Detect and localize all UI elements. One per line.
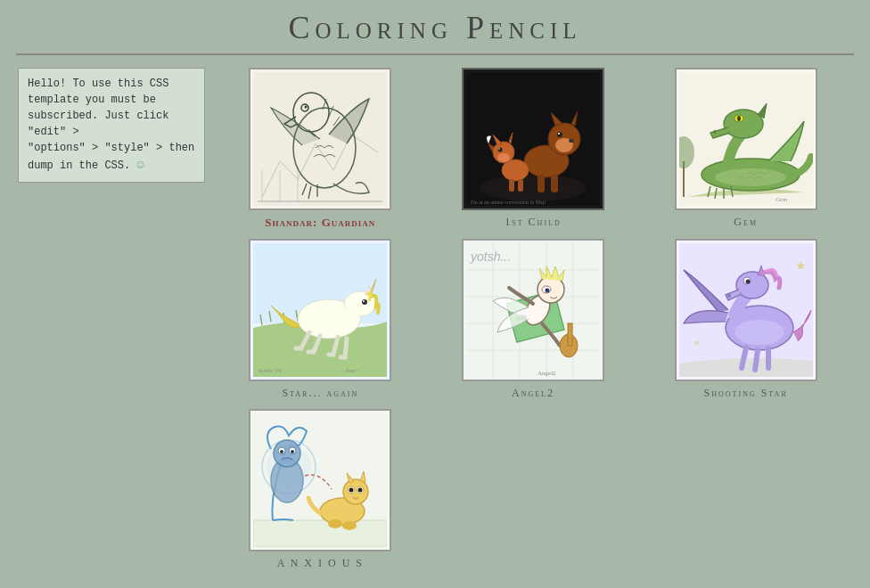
gallery-label-angel2: Angel2: [512, 387, 554, 400]
svg-text:I'm at an anime convention in : I'm at an anime convention in Maji: [471, 200, 546, 205]
svg-rect-16: [551, 175, 558, 192]
svg-point-30: [713, 130, 717, 134]
gallery-image-frame-gem: Gem: [675, 68, 817, 210]
svg-rect-24: [509, 179, 514, 192]
svg-point-95: [342, 521, 357, 530]
svg-text:Angel2: Angel2: [538, 370, 556, 377]
1st-child-artwork: I'm at an anime convention in Maji: [466, 72, 600, 206]
svg-point-87: [343, 479, 368, 504]
svg-point-59: [545, 289, 549, 293]
svg-point-41: [362, 299, 367, 305]
star-artwork: Justin '04 ~Star~: [253, 243, 387, 377]
svg-point-22: [497, 148, 502, 152]
gallery-item-gem[interactable]: Gem Gem: [648, 68, 843, 230]
svg-point-71: [745, 280, 750, 284]
gallery-item-star-again[interactable]: Justin '04 ~Star~ Star... again: [223, 239, 418, 400]
sidebar: Hello! To use this CSS template you must…: [18, 68, 205, 570]
gallery-image-frame-1st-child: I'm at an anime convention in Maji: [462, 68, 604, 210]
gallery-label-anxious: A N X I O U S: [277, 557, 364, 570]
gallery-item-anxious[interactable]: A N X I O U S: [223, 409, 418, 570]
svg-point-93: [358, 488, 363, 493]
svg-text:Gem: Gem: [776, 196, 787, 203]
svg-rect-15: [538, 175, 545, 192]
svg-point-14: [569, 139, 574, 143]
svg-point-4: [305, 106, 308, 109]
info-text: Hello! To use this CSS template you must…: [28, 78, 194, 172]
svg-rect-62: [568, 323, 572, 346]
gallery-label-gem: Gem: [734, 216, 758, 229]
svg-point-94: [328, 519, 342, 528]
svg-text:Justin '04: Justin '04: [258, 367, 282, 374]
gallery-item-shandar-guardian[interactable]: Shandar: Guardian: [223, 68, 418, 230]
gallery-item-1st-child[interactable]: I'm at an anime convention in Maji 1st C…: [436, 68, 631, 230]
svg-point-73: [735, 320, 784, 345]
svg-point-29: [724, 110, 763, 138]
svg-text:yotsh...: yotsh...: [470, 249, 511, 264]
gallery-image-frame-shandar: [249, 68, 391, 210]
svg-point-21: [497, 153, 510, 162]
site-title: Coloring Pencil: [0, 9, 870, 46]
svg-point-6: [480, 175, 587, 201]
svg-point-69: [727, 294, 731, 298]
gem-artwork: Gem: [679, 72, 813, 206]
svg-point-83: [280, 450, 283, 453]
gallery-label-star-again: Star... again: [282, 387, 358, 400]
shooting-star-artwork: ★ ★: [679, 243, 813, 377]
svg-point-13: [558, 133, 560, 135]
svg-rect-25: [518, 179, 523, 192]
info-box: Hello! To use this CSS template you must…: [18, 68, 205, 183]
svg-point-60: [546, 289, 547, 290]
angel2-artwork: sketch: [466, 243, 600, 377]
shandar-artwork: [253, 72, 387, 206]
gallery-image-frame-shooting-star: ★ ★: [675, 239, 817, 381]
main-content: Hello! To use this CSS template you must…: [0, 55, 870, 583]
anxious-artwork: [253, 413, 387, 547]
page-header: Coloring Pencil: [0, 0, 870, 53]
gallery-image-frame-angel2: sketch: [462, 239, 604, 381]
svg-point-91: [349, 488, 354, 493]
svg-text:★: ★: [795, 259, 807, 273]
svg-point-85: [291, 450, 294, 453]
svg-text:~Star~: ~Star~: [342, 367, 359, 374]
gallery-label-1st-child: 1st Child: [505, 216, 561, 229]
svg-point-23: [498, 148, 500, 150]
smiley-icon: ☺: [136, 158, 144, 172]
svg-point-33: [715, 168, 786, 186]
svg-point-32: [737, 116, 741, 121]
gallery: Shandar: Guardian: [214, 68, 852, 570]
gallery-image-frame-anxious: [249, 409, 391, 551]
gallery-label-shandar: Shandar: Guardian: [265, 216, 375, 230]
svg-text:★: ★: [693, 338, 701, 347]
gallery-item-angel2[interactable]: sketch: [436, 239, 631, 400]
svg-point-81: [274, 440, 300, 467]
gallery-image-frame-star: Justin '04 ~Star~: [249, 239, 391, 381]
svg-point-42: [363, 300, 365, 302]
gallery-item-shooting-star[interactable]: ★ ★ Shooting Star: [648, 239, 843, 400]
svg-point-12: [557, 132, 562, 137]
svg-rect-77: [253, 520, 387, 547]
gallery-label-shooting-star: Shooting Star: [704, 387, 788, 400]
